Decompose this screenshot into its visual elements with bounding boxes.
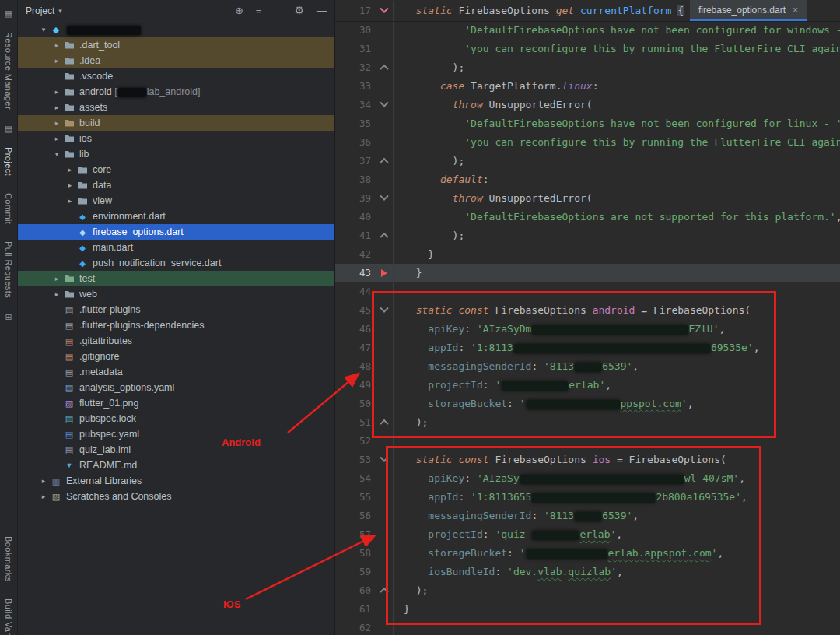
tree-row[interactable]: ▸web (18, 286, 334, 302)
tree-row[interactable]: .flutter-plugins-dependencies (18, 318, 334, 333)
structure-icon[interactable]: ⊞ (5, 312, 12, 321)
code-line[interactable]: 33 case TargetPlatform.linux: (335, 77, 840, 96)
code-text[interactable]: ); (394, 58, 464, 77)
line-number[interactable]: 39 (335, 189, 376, 208)
code-line[interactable]: 41 ); (335, 226, 840, 245)
chevron-right-icon[interactable]: ▸ (65, 181, 75, 189)
tree-row[interactable]: ▸assets (18, 100, 334, 115)
tree-row[interactable]: .metadata (18, 364, 334, 380)
editor[interactable]: 30 'DefaultFirebaseOptions have not been… (335, 0, 840, 635)
line-number[interactable]: 54 (335, 469, 376, 488)
code-text[interactable]: storageBucket: 'erlab.appspot.com', (394, 544, 723, 563)
code-text[interactable]: messagingSenderId: '81136539', (394, 507, 639, 525)
code-line[interactable]: 35 'DefaultFirebaseOptions have not been… (335, 114, 840, 133)
chevron-right-icon[interactable]: ▸ (51, 88, 62, 96)
code-text[interactable] (394, 619, 404, 635)
code-text[interactable]: storageBucket: 'ppspot.com', (394, 395, 693, 413)
code-line[interactable]: 62 (335, 619, 840, 635)
line-number[interactable]: 30 (335, 21, 376, 40)
line-number[interactable]: 55 (335, 488, 376, 507)
fold-expand-icon[interactable] (376, 301, 394, 320)
code-line[interactable]: 54 apiKey: 'AIzaSywl-407sM', (335, 469, 840, 488)
code-line[interactable]: 61} (335, 600, 840, 619)
code-line[interactable]: 44 (335, 282, 840, 301)
code-text[interactable]: } (394, 264, 422, 282)
collapse-all-icon[interactable]: ≡ (256, 5, 262, 16)
tree-row[interactable]: pubspec.lock (18, 411, 334, 426)
chevron-right-icon[interactable]: ▸ (51, 135, 62, 142)
locate-icon[interactable]: ⊕ (235, 5, 243, 16)
line-number[interactable]: 52 (335, 432, 376, 451)
chevron-right-icon[interactable]: ▸ (51, 103, 62, 111)
line-number[interactable]: 60 (335, 581, 376, 600)
code-line[interactable]: 39 throw UnsupportedError( (335, 189, 840, 208)
tree-row[interactable]: .vscode (18, 68, 334, 84)
tree-row[interactable]: .gitattributes (18, 333, 334, 349)
code-line[interactable]: 30 'DefaultFirebaseOptions have not been… (335, 21, 840, 40)
tree-row[interactable]: .gitignore (18, 349, 334, 364)
code-line[interactable]: 59 iosBundleId: 'dev.vlab.quizlab', (335, 563, 840, 581)
code-line[interactable]: 42 } (335, 245, 840, 264)
code-text[interactable]: 'DefaultFirebaseOptions are not supporte… (394, 208, 840, 226)
chevron-down-icon[interactable]: ▾ (38, 26, 49, 33)
line-number[interactable]: 37 (335, 152, 376, 170)
tree-row[interactable]: firebase_options.dart (18, 224, 334, 240)
code-line[interactable]: 60 ); (335, 581, 840, 600)
code-text[interactable]: default: (394, 170, 489, 189)
line-number[interactable]: 33 (335, 77, 376, 96)
chevron-right-icon[interactable]: ▸ (51, 119, 62, 127)
tree-row[interactable]: main.dart (18, 240, 334, 255)
line-number[interactable]: 42 (335, 245, 376, 264)
chevron-right-icon[interactable]: ▸ (51, 41, 62, 49)
fold-collapse-icon[interactable] (376, 413, 394, 432)
editor-tab[interactable]: firebase_options.dart × (690, 0, 807, 21)
line-number[interactable]: 58 (335, 544, 376, 563)
tree-row[interactable]: ▸ios (18, 131, 334, 146)
tree-row[interactable]: ▸android [lab_android] (18, 84, 334, 100)
code-line[interactable]: 36 'you can reconfigure this by running … (335, 133, 840, 152)
code-line[interactable]: 32 ); (335, 58, 840, 77)
fold-collapse-icon[interactable] (376, 152, 394, 170)
line-number[interactable]: 41 (335, 226, 376, 245)
code-line[interactable]: 47 appId: '1:811369535e', (335, 339, 840, 357)
code-line[interactable]: 52 (335, 432, 840, 451)
line-number[interactable]: 45 (335, 301, 376, 320)
chevron-down-icon[interactable]: ▾ (51, 150, 62, 158)
code-line[interactable]: 31 'you can reconfigure this by running … (335, 40, 840, 58)
line-number[interactable]: 44 (335, 282, 376, 301)
line-number[interactable]: 59 (335, 563, 376, 581)
code-text[interactable]: throw UnsupportedError( (394, 189, 593, 208)
tree-row[interactable]: push_notification_service.dart (18, 255, 334, 271)
tree-row[interactable]: flutter_01.png (18, 395, 334, 411)
fold-collapse-icon[interactable] (376, 58, 394, 77)
sticky-code-text[interactable]: static FirebaseOptions get currentPlatfo… (394, 1, 684, 21)
line-number[interactable]: 49 (335, 376, 376, 395)
chevron-right-icon[interactable]: ▸ (65, 166, 75, 174)
folder-strip-icon[interactable]: ▤ (5, 124, 12, 133)
tree-row[interactable]: ▸view (18, 193, 334, 209)
stripe-button-project[interactable]: Project (4, 147, 13, 176)
code-text[interactable]: ); (394, 581, 428, 600)
line-number[interactable]: 61 (335, 600, 376, 619)
code-line[interactable]: 58 storageBucket: 'erlab.appspot.com', (335, 544, 840, 563)
code-text[interactable]: appId: '1:81136552b800a169535e', (394, 488, 747, 507)
line-number[interactable]: 57 (335, 525, 376, 544)
line-number[interactable]: 32 (335, 58, 376, 77)
line-number[interactable]: 36 (335, 133, 376, 152)
chevron-right-icon[interactable]: ▸ (65, 197, 75, 205)
line-number[interactable]: 56 (335, 507, 376, 525)
tree-row[interactable]: ▸build (18, 115, 334, 131)
code-text[interactable]: static const FirebaseOptions ios = Fireb… (394, 451, 726, 469)
tree-row[interactable]: ▸.idea (18, 53, 334, 68)
project-panel-title[interactable]: Project ▾ (26, 5, 62, 16)
fold-collapse-icon[interactable] (376, 226, 394, 245)
line-number[interactable]: 62 (335, 619, 376, 635)
code-text[interactable]: projectId: 'erlab', (394, 376, 611, 395)
line-number[interactable]: 40 (335, 208, 376, 226)
tree-row[interactable]: ▾lib (18, 146, 334, 162)
code-text[interactable]: appId: '1:811369535e', (394, 339, 760, 357)
line-number[interactable]: 38 (335, 170, 376, 189)
hide-icon[interactable]: — (317, 5, 327, 16)
code-text[interactable]: iosBundleId: 'dev.vlab.quizlab', (394, 563, 623, 581)
code-line[interactable]: 50 storageBucket: 'ppspot.com', (335, 395, 840, 413)
